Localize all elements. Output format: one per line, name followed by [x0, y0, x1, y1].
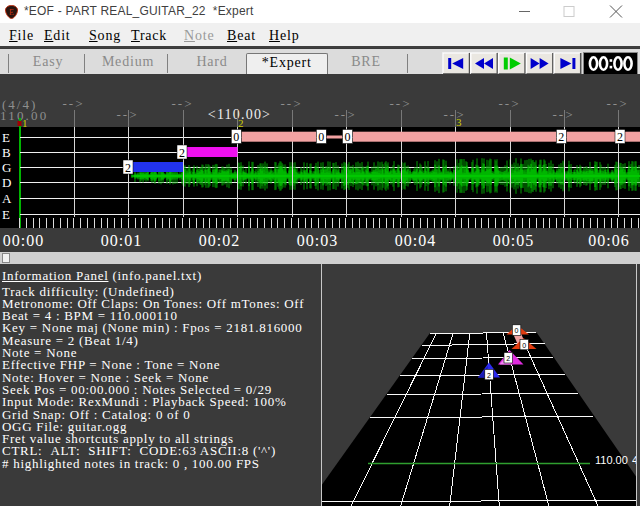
svg-text:1: 1	[22, 117, 28, 129]
svg-text:0: 0	[233, 130, 239, 144]
svg-text:2: 2	[506, 355, 510, 362]
svg-text:-->: -->	[607, 96, 629, 111]
svg-text:110.00: 110.00	[595, 454, 628, 466]
svg-text:-->: -->	[335, 107, 357, 122]
svg-text:-->: -->	[172, 96, 194, 111]
svg-text:3: 3	[456, 116, 462, 128]
svg-text:2: 2	[558, 130, 564, 144]
svg-text:00:03: 00:03	[297, 232, 338, 249]
svg-text:00:02: 00:02	[199, 232, 240, 249]
svg-text:00:05: 00:05	[493, 232, 534, 249]
svg-text:2: 2	[179, 146, 185, 160]
svg-text:0: 0	[515, 327, 519, 334]
svg-text:-->: -->	[63, 96, 85, 111]
svg-text:D: D	[2, 175, 11, 190]
svg-text:A: A	[2, 191, 12, 206]
svg-text:0: 0	[345, 130, 351, 144]
svg-text:00:04: 00:04	[395, 232, 436, 249]
svg-text:2: 2	[125, 161, 131, 175]
svg-text:0: 0	[522, 342, 526, 349]
svg-text:-->: -->	[117, 107, 139, 122]
svg-text:E: E	[9, 8, 14, 17]
svg-text:G: G	[2, 160, 11, 175]
svg-text:E: E	[2, 207, 10, 222]
svg-text:0: 0	[318, 130, 324, 144]
svg-text:-->: -->	[553, 107, 575, 122]
svg-text:E: E	[2, 130, 10, 145]
svg-text:00:06: 00:06	[588, 232, 629, 249]
svg-text:2: 2	[238, 117, 244, 129]
svg-text:00:01: 00:01	[101, 232, 142, 249]
svg-text:2: 2	[617, 130, 623, 144]
svg-text:-->: -->	[281, 96, 303, 111]
svg-text:-->: -->	[390, 96, 412, 111]
svg-text:-->: -->	[499, 96, 521, 111]
svg-text:-->: -->	[444, 107, 466, 122]
svg-text:00:00: 00:00	[3, 232, 44, 249]
svg-text:B: B	[2, 145, 11, 160]
svg-text:2: 2	[487, 372, 491, 379]
